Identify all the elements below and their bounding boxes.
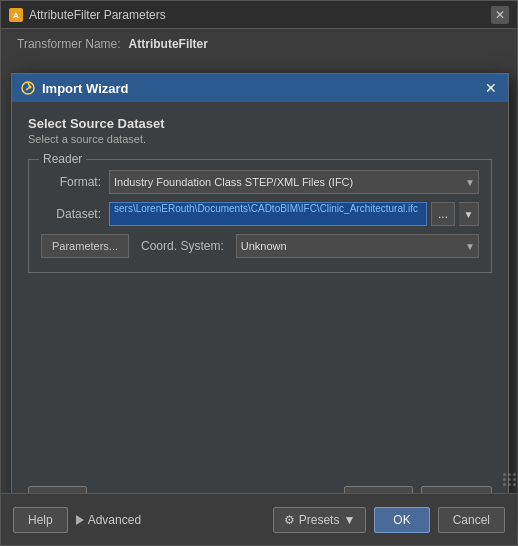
modal-content: Select Source Dataset Select a source da…: [12, 102, 508, 293]
bottom-cancel-button[interactable]: Cancel: [438, 507, 505, 533]
bottom-bar-right: ⚙ Presets ▼ OK Cancel: [273, 507, 505, 533]
dataset-dropdown-button[interactable]: ▼: [459, 202, 479, 226]
presets-arrow-icon: ▼: [343, 513, 355, 527]
section-title: Select Source Dataset: [28, 116, 492, 131]
transformer-name-label: Transformer Name:: [17, 37, 121, 51]
dataset-browse-button[interactable]: ...: [431, 202, 455, 226]
advanced-label: Advanced: [88, 513, 141, 527]
transformer-name-value: AttributeFilter: [129, 37, 208, 51]
bottom-help-button[interactable]: Help: [13, 507, 68, 533]
attribute-filter-icon: A: [9, 8, 23, 22]
presets-label: Presets: [299, 513, 340, 527]
dataset-input[interactable]: sers\LorenERouth\Documents\CADtoBIM\IFC\…: [109, 202, 427, 226]
coord-select-wrapper[interactable]: Unknown ▼: [236, 234, 479, 258]
reader-group: Reader Format: Industry Foundation Class…: [28, 159, 492, 273]
modal-close-button[interactable]: ✕: [482, 79, 500, 97]
bg-window: A AttributeFilter Parameters ✕ Transform…: [0, 0, 518, 546]
import-wizard-modal: Import Wizard ✕ Select Source Dataset Se…: [11, 73, 509, 523]
format-select-wrapper[interactable]: Industry Foundation Class STEP/XML Files…: [109, 170, 479, 194]
wizard-icon: [20, 80, 36, 96]
coord-system-label: Coord. System:: [141, 239, 224, 253]
bottom-bar-left: Help Advanced: [13, 507, 141, 533]
section-subtitle: Select a source dataset.: [28, 133, 492, 145]
transformer-row: Transformer Name: AttributeFilter: [1, 29, 517, 59]
coord-select[interactable]: Unknown: [236, 234, 479, 258]
format-select[interactable]: Industry Foundation Class STEP/XML Files…: [109, 170, 479, 194]
bg-close-button[interactable]: ✕: [491, 6, 509, 24]
bottom-bar: Help Advanced ⚙ Presets ▼ OK Cancel: [1, 493, 517, 545]
modal-titlebar: Import Wizard ✕: [12, 74, 508, 102]
ok-button[interactable]: OK: [374, 507, 429, 533]
dataset-label: Dataset:: [41, 207, 101, 221]
format-row: Format: Industry Foundation Class STEP/X…: [41, 170, 479, 194]
advanced-triangle-icon: [76, 515, 84, 525]
format-label: Format:: [41, 175, 101, 189]
bg-titlebar: A AttributeFilter Parameters ✕: [1, 1, 517, 29]
bg-titlebar-left: A AttributeFilter Parameters: [9, 8, 166, 22]
advanced-toggle[interactable]: Advanced: [76, 513, 141, 527]
resize-gripper: [501, 471, 517, 487]
group-label: Reader: [39, 152, 86, 166]
params-row: Parameters... Coord. System: Unknown ▼: [41, 234, 479, 258]
modal-title: Import Wizard: [42, 81, 129, 96]
modal-titlebar-left: Import Wizard: [20, 80, 129, 96]
presets-button[interactable]: ⚙ Presets ▼: [273, 507, 367, 533]
dataset-row: Dataset: sers\LorenERouth\Documents\CADt…: [41, 202, 479, 226]
presets-gear-icon: ⚙: [284, 513, 295, 527]
svg-text:A: A: [13, 11, 19, 20]
parameters-button[interactable]: Parameters...: [41, 234, 129, 258]
bg-window-title: AttributeFilter Parameters: [29, 8, 166, 22]
svg-point-5: [29, 86, 32, 89]
